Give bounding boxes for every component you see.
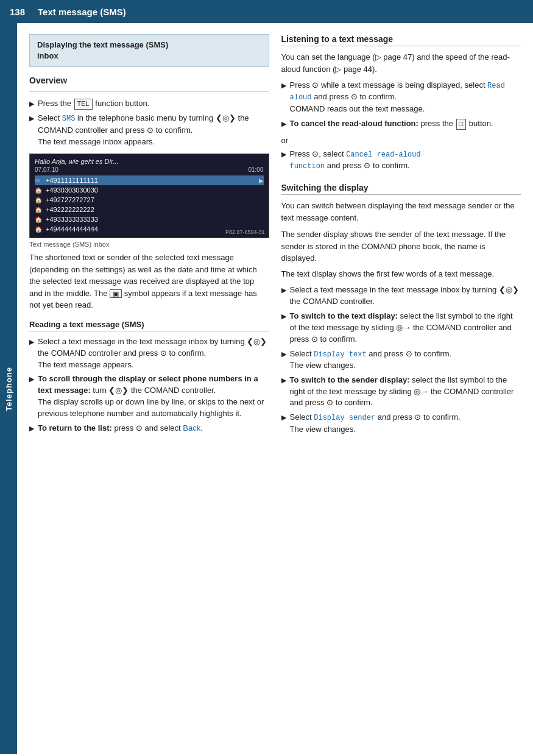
overview-item-1: Press the TEL function button. [38, 98, 149, 110]
listening-bullet-list: ▶ Press ⊙ while a text message is being … [281, 80, 521, 130]
bullet-arrow: ▶ [281, 119, 286, 129]
listening-item-2: To cancel the read-aloud function: press… [290, 118, 493, 130]
bullet-arrow: ▶ [281, 312, 286, 322]
divider-overview [29, 91, 269, 92]
list-item: ▶ Press the TEL function button. [29, 98, 269, 110]
or-text: or [281, 136, 521, 145]
sms-inbox-row-5: 🏠 +4933333333333 [35, 214, 264, 224]
switching-item-5: Select Display sender and press ⊙ to con… [290, 412, 461, 435]
symbol-icon: ▣ [110, 289, 122, 298]
section-box: Displaying the text message (SMS) inbox [29, 34, 269, 67]
switching-title: Switching the display [281, 183, 369, 193]
cancel-read-aloud-label: Cancel read-aloudfunction [290, 150, 421, 171]
switching-item-2: To switch to the text display: select th… [290, 311, 521, 345]
switching-item-3: Select Display text and press ⊙ to confi… [290, 348, 452, 372]
switching-para1: The sender display shows the sender of t… [281, 228, 521, 264]
list-item: ▶ To scroll through the display or selec… [29, 373, 269, 419]
main-content: Displaying the text message (SMS) inbox … [17, 23, 533, 754]
bold-label: To scroll through the display or select … [38, 374, 258, 395]
sms-number-2: +4930303030030 [46, 186, 98, 194]
sms-inbox-row-3: 🏠 +492727272727 [35, 195, 264, 205]
description-para: The shortened text or sender of the sele… [29, 252, 269, 311]
controller-symbol: ❮◎❯ [216, 113, 236, 122]
list-item: ▶ Select a text message in the text mess… [29, 336, 269, 371]
sms-inbox-row-2: 🏠 +4930303030030 [35, 185, 264, 195]
sidebar-tab: Telephone [0, 23, 17, 754]
sms-number-4: +492222222222 [46, 206, 94, 213]
display-sender-label: Display sender [314, 414, 375, 422]
switching-section-heading: Switching the display [281, 183, 521, 195]
bold-label: To switch to the text display: [290, 311, 398, 320]
bullet-arrow: ▶ [281, 376, 286, 386]
sms-inbox-row-4: 🏠 +492222222222 [35, 205, 264, 214]
overview-item-2: Select SMS in the telephone basic menu b… [38, 113, 269, 147]
list-item: ▶ Select Display sender and press ⊙ to c… [281, 412, 521, 435]
bullet-arrow: ▶ [29, 114, 34, 124]
sms-number-1: +4911111111111 [46, 177, 98, 184]
sms-row-end: ▶ [259, 177, 264, 184]
left-column: Displaying the text message (SMS) inbox … [29, 34, 269, 742]
overview-heading: Overview [29, 76, 269, 85]
header-bar: 138 Text message (SMS) [0, 0, 533, 23]
list-item: ▶ To switch to the text display: select … [281, 311, 521, 345]
section-box-line2: inbox [37, 51, 58, 60]
bullet-arrow: ▶ [281, 81, 286, 91]
cancel-button-icon: □ [456, 119, 467, 130]
sms-inbox-date: 07.07.10 01:00 [35, 166, 264, 173]
bullet-arrow: ▶ [29, 99, 34, 109]
page-number: 138 [10, 7, 28, 17]
right-column: Listening to a text message You can set … [281, 34, 521, 742]
bullet-arrow: ▶ [281, 350, 286, 359]
read-aloud-label: Read aloud [290, 82, 505, 102]
list-item: ▶ Select a text message in the text mess… [281, 284, 521, 308]
section-box-line1: Displaying the text message (SMS) [37, 40, 168, 49]
sms-date: 07.07.10 [35, 166, 58, 173]
sms-label: SMS [62, 115, 76, 123]
list-item: ▶ Select Display text and press ⊙ to con… [281, 348, 521, 372]
sms-row-icon: 🏠 [35, 216, 43, 223]
listening-item-3: Press ⊙, select Cancel read-aloudfunctio… [290, 149, 421, 172]
list-item: ▶ Select SMS in the telephone basic menu… [29, 113, 269, 147]
sms-number-5: +4933333333333 [46, 216, 98, 223]
bullet-arrow: ▶ [281, 150, 286, 160]
bullet-arrow: ▶ [29, 337, 34, 347]
listening-title: Listening to a text message [281, 34, 394, 44]
sms-row-icon: 🏠 [35, 207, 43, 213]
bold-label: To cancel the read-aloud function: [290, 119, 418, 128]
switching-para2: The text display shows the first few wor… [281, 268, 521, 280]
page-body: Telephone Displaying the text message (S… [0, 23, 533, 754]
page-title: Text message (SMS) [38, 7, 126, 17]
bullet-arrow: ▶ [29, 424, 34, 434]
sms-row-icon: 🏠 [35, 226, 43, 233]
sms-number-3: +492727272727 [46, 196, 94, 203]
back-link: Back [183, 423, 200, 433]
image-reference: P82.87-6504-31 [225, 229, 265, 235]
sms-row-icon: 🏠 [35, 187, 43, 194]
bullet-arrow: ▶ [281, 413, 286, 423]
listening-intro: You can set the language (▷ page 47) and… [281, 51, 521, 75]
sms-inbox-image: Hallo Anja, wie geht es Dir... 07.07.10 … [29, 154, 269, 238]
sms-row-icon: 🏠 [35, 197, 43, 203]
sms-image-caption: Text message (SMS) inbox [29, 241, 269, 248]
listening-section-heading: Listening to a text message [281, 34, 521, 46]
bold-label: To switch to the sender display: [290, 375, 410, 384]
switching-intro: You can switch between displaying the te… [281, 200, 521, 224]
list-item: ▶ To cancel the read-aloud function: pre… [281, 118, 521, 130]
reading-item-1: Select a text message in the text messag… [38, 336, 269, 371]
confirm-symbol: ⊙ [147, 125, 154, 135]
display-text-label: Display text [314, 350, 366, 359]
bullet-arrow: ▶ [29, 375, 34, 384]
reading-bullet-list: ▶ Select a text message in the text mess… [29, 336, 269, 434]
reading-section-title: Reading a text message (SMS) [29, 320, 269, 331]
sms-inbox-row-1: ✉ +4911111111111 ▶ [35, 175, 264, 185]
listening-bullet-list-2: ▶ Press ⊙, select Cancel read-aloudfunct… [281, 149, 521, 172]
list-item: ▶ To return to the list: press ⊙ and sel… [29, 423, 269, 434]
sms-number-6: +4944444444444 [46, 225, 98, 233]
listening-item-1: Press ⊙ while a text message is being di… [290, 80, 521, 115]
bullet-arrow: ▶ [281, 286, 286, 295]
tel-button-label: TEL [74, 99, 93, 110]
sms-time: 01:00 [248, 166, 263, 173]
bold-label: To return to the list: [38, 423, 112, 433]
switching-bullet-list: ▶ Select a text message in the text mess… [281, 284, 521, 435]
switching-item-4: To switch to the sender display: select … [290, 375, 521, 409]
